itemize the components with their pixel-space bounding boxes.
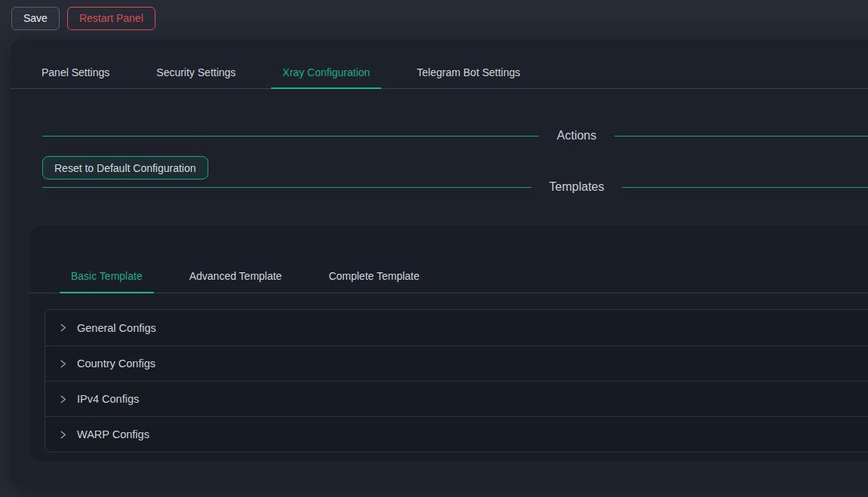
tab-telegram-bot-settings[interactable]: Telegram Bot Settings: [405, 57, 531, 88]
settings-card: Panel Settings Security Settings Xray Co…: [11, 39, 868, 485]
templates-tabbar: Basic Template Advanced Template Complet…: [29, 225, 868, 293]
collapse-item-label: Country Configs: [77, 357, 155, 370]
tab-complete-template[interactable]: Complete Template: [317, 259, 430, 293]
collapse-item-general-configs[interactable]: General Configs: [45, 310, 868, 345]
save-button[interactable]: Save: [11, 7, 60, 30]
tab-security-settings[interactable]: Security Settings: [145, 57, 247, 88]
chevron-right-icon: [58, 323, 68, 333]
tab-xray-configuration[interactable]: Xray Configuration: [271, 57, 381, 88]
templates-divider-label: Templates: [549, 180, 605, 194]
restart-panel-button[interactable]: Restart Panel: [67, 7, 155, 30]
settings-tabbar: Panel Settings Security Settings Xray Co…: [11, 39, 868, 89]
chevron-right-icon: [58, 359, 68, 369]
collapse-item-label: WARP Configs: [77, 428, 149, 440]
collapse-item-label: General Configs: [77, 322, 156, 334]
collapse-item-country-configs[interactable]: Country Configs: [45, 345, 868, 381]
tab-panel-settings[interactable]: Panel Settings: [30, 57, 121, 88]
top-toolbar: Save Restart Panel: [0, 0, 868, 36]
tab-basic-template[interactable]: Basic Template: [60, 259, 154, 293]
chevron-right-icon: [58, 430, 68, 440]
collapse-item-ipv4-configs[interactable]: IPv4 Configs: [45, 381, 868, 416]
chevron-right-icon: [58, 394, 68, 404]
collapse-item-warp-configs[interactable]: WARP Configs: [45, 416, 868, 452]
templates-divider: Templates: [42, 180, 868, 194]
collapse-item-label: IPv4 Configs: [77, 393, 139, 405]
actions-divider-label: Actions: [557, 129, 596, 143]
actions-divider: Actions: [42, 129, 868, 143]
template-configs-collapse: General Configs Country Configs IPv4 Con…: [45, 309, 868, 453]
templates-card: Basic Template Advanced Template Complet…: [29, 225, 868, 462]
tab-advanced-template[interactable]: Advanced Template: [178, 259, 294, 293]
reset-default-configuration-button[interactable]: Reset to Default Configuration: [42, 156, 208, 179]
